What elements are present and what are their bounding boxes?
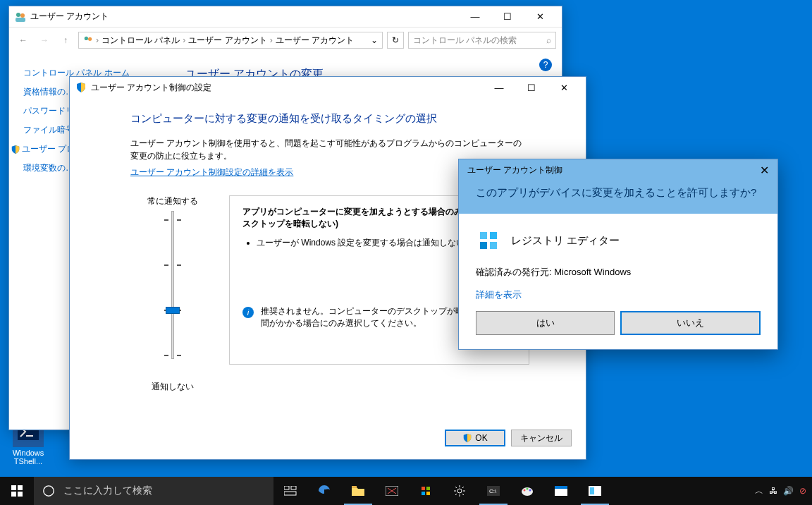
crumb[interactable]: ユーザー アカウント	[188, 35, 266, 47]
window-title: ユーザー アカウント制御の設定	[91, 82, 211, 94]
svg-point-28	[524, 489, 526, 492]
start-button[interactable]	[0, 477, 34, 505]
publisher: 確認済みの発行元: Microsoft Windows	[476, 266, 761, 279]
taskbar-search[interactable]: ここに入力して検索	[34, 477, 273, 505]
maximize-button[interactable]: ☐	[491, 7, 524, 27]
app-name: レジストリ エディター	[511, 234, 620, 248]
settings-heading: コンピューターに対する変更の通知を受け取るタイミングの選択	[130, 112, 529, 126]
back-button[interactable]: ←	[15, 35, 32, 45]
dialog-title: ユーザー アカウント制御	[467, 164, 562, 176]
svg-rect-15	[284, 486, 289, 489]
svg-point-24	[457, 489, 462, 493]
info-icon: i	[242, 307, 254, 318]
svg-rect-6	[480, 232, 487, 239]
search-placeholder: ここに入力して検索	[63, 485, 152, 497]
slider-label-never: 通知しない	[130, 381, 215, 393]
crumb[interactable]: コントロール パネル	[102, 35, 180, 47]
titlebar: ユーザー アカウント制御の設定 ― ☐ ✕	[70, 77, 586, 98]
network-icon[interactable]: 🖧	[769, 486, 777, 496]
crumb[interactable]: ユーザー アカウント	[276, 35, 354, 47]
close-button[interactable]: ✕	[548, 78, 580, 97]
svg-rect-16	[291, 486, 296, 489]
svg-text:C:\: C:\	[489, 488, 497, 494]
up-button[interactable]: ↑	[57, 35, 74, 45]
app-button[interactable]	[544, 477, 578, 505]
svg-point-14	[44, 486, 54, 496]
svg-rect-8	[480, 242, 487, 249]
window-title: ユーザー アカウント	[30, 11, 109, 23]
titlebar: ユーザー アカウント ― ☐ ✕	[9, 6, 562, 28]
svg-point-5	[88, 37, 92, 41]
uac-prompt-dialog: ユーザー アカウント制御 ✕ このアプリがデバイスに変更を加えることを許可します…	[458, 159, 778, 350]
svg-point-30	[529, 489, 531, 492]
uac-question: このアプリがデバイスに変更を加えることを許可しますか?	[459, 181, 777, 214]
ok-button[interactable]: OK	[445, 430, 505, 446]
nav-toolbar: ← → ↑ › コントロール パネル› ユーザー アカウント› ユーザー アカウ…	[9, 28, 562, 53]
volume-icon[interactable]: 🔊	[783, 486, 794, 496]
search-input[interactable]: コントロール パネルの検索 ⌕	[408, 32, 556, 49]
explorer-button[interactable]	[341, 477, 375, 505]
close-button[interactable]: ✕	[760, 164, 769, 177]
search-placeholder: コントロール パネルの検索	[413, 35, 517, 47]
store-button[interactable]	[409, 477, 443, 505]
svg-rect-3	[16, 18, 25, 22]
svg-point-4	[85, 37, 88, 40]
folder-icon	[352, 486, 364, 496]
gear-icon	[453, 485, 466, 497]
cortana-icon	[42, 485, 55, 497]
slider-track[interactable]	[171, 211, 174, 359]
no-button[interactable]: いいえ	[620, 311, 761, 335]
tray-chevron-icon[interactable]: ︿	[755, 485, 763, 497]
svg-rect-34	[590, 487, 594, 494]
store-icon	[419, 485, 432, 497]
edge-icon	[317, 484, 331, 498]
svg-rect-21	[426, 487, 430, 490]
slider-thumb[interactable]	[166, 307, 180, 314]
svg-rect-7	[490, 232, 497, 239]
svg-point-2	[20, 13, 25, 18]
snip-button[interactable]	[375, 477, 409, 505]
svg-rect-12	[11, 492, 16, 497]
desktop-icon-label: Windows TShell...	[4, 449, 53, 466]
svg-rect-23	[426, 492, 430, 495]
notifications-icon[interactable]: ⊘	[799, 486, 806, 496]
svg-rect-18	[352, 486, 357, 488]
paint-button[interactable]	[510, 477, 544, 505]
svg-rect-9	[490, 242, 497, 249]
titlebar: ユーザー アカウント制御 ✕	[459, 159, 777, 181]
users-icon	[15, 11, 26, 23]
show-details-link[interactable]: 詳細を表示	[476, 288, 761, 301]
taskbar: ここに入力して検索 C:\ ︿ 🖧 🔊 ⊘	[0, 477, 812, 505]
help-icon[interactable]: ?	[539, 59, 552, 71]
uac-slider[interactable]: 常に通知する 通知しない	[130, 195, 215, 393]
svg-point-29	[527, 488, 529, 490]
task-view-button[interactable]	[273, 477, 307, 505]
svg-rect-10	[11, 485, 16, 490]
paint-icon	[521, 485, 534, 497]
edge-button[interactable]	[307, 477, 341, 505]
shield-icon	[11, 145, 20, 154]
minimize-button[interactable]: ―	[459, 7, 491, 27]
minimize-button[interactable]: ―	[483, 78, 515, 97]
yes-button[interactable]: はい	[476, 311, 615, 335]
svg-rect-17	[284, 492, 296, 495]
shield-icon	[462, 433, 472, 443]
maximize-button[interactable]: ☐	[515, 78, 548, 97]
regedit-icon	[476, 228, 501, 253]
users-icon	[83, 35, 93, 45]
settings-button[interactable]	[443, 477, 476, 505]
cmd-button[interactable]: C:\	[476, 477, 510, 505]
forward-button[interactable]: →	[36, 35, 53, 45]
close-button[interactable]: ✕	[524, 7, 556, 27]
control-panel-button[interactable]	[578, 477, 612, 505]
system-tray[interactable]: ︿ 🖧 🔊 ⊘	[755, 485, 812, 497]
svg-point-1	[16, 13, 20, 17]
refresh-button[interactable]: ↻	[387, 32, 404, 49]
cancel-button[interactable]: キャンセル	[511, 430, 572, 446]
slider-label-always: 常に通知する	[130, 195, 215, 207]
shield-icon	[75, 82, 87, 93]
svg-rect-13	[18, 492, 23, 497]
help-link[interactable]: ユーザー アカウント制御設定の詳細を表示	[130, 167, 293, 177]
breadcrumb[interactable]: › コントロール パネル› ユーザー アカウント› ユーザー アカウント ⌄	[78, 32, 383, 49]
svg-rect-11	[18, 485, 23, 490]
